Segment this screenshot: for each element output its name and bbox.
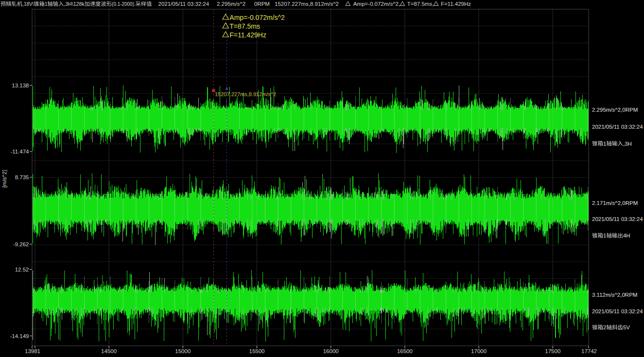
svg-text:[m/s^2]: [m/s^2] [1,170,7,188]
svg-text:5V: 5V [623,324,630,330]
svg-text:2.295m/s^2,0RPM: 2.295m/s^2,0RPM [592,107,638,113]
svg-text:3.112m/s^2,0RPM: 3.112m/s^2,0RPM [592,292,637,298]
svg-text:13.138: 13.138 [12,83,29,88]
svg-text:1: 1 [603,233,606,238]
svg-text:2021/05/11 03:32:24: 2021/05/11 03:32:24 [592,216,643,222]
svg-text:8.735: 8.735 [15,174,29,180]
svg-text:15500: 15500 [249,348,265,354]
svg-text:,3H: ,3H [623,141,632,147]
svg-text:15000: 15000 [175,348,191,354]
svg-text:-11.474: -11.474 [10,149,29,154]
svg-text:2021/05/11 03:32:24: 2021/05/11 03:32:24 [592,124,643,130]
svg-text:15207.227ms,8.912m/s^2: 15207.227ms,8.912m/s^2 [275,1,339,7]
svg-text:2021/05/11 03:32:24: 2021/05/11 03:32:24 [158,1,209,7]
svg-text:13981: 13981 [25,348,40,354]
svg-text:T=87.5ms,: T=87.5ms, [407,1,434,7]
svg-text:17742: 17742 [581,348,597,354]
svg-text:T=87.5ms: T=87.5ms [229,22,260,30]
svg-text:,3H\128k: ,3H\128k [64,1,85,7]
svg-text:(0.1-2000).: (0.1-2000). [112,1,135,7]
svg-text:F=11.429Hz: F=11.429Hz [229,31,266,39]
svg-text:F=11.429Hz: F=11.429Hz [441,1,471,7]
svg-text:Amp=-0.072m/s^2: Amp=-0.072m/s^2 [229,14,285,21]
svg-text:1: 1 [45,1,48,7]
svg-text:2.171m/s^2,0RPM: 2.171m/s^2,0RPM [592,200,638,206]
svg-text:-9.262: -9.262 [13,241,29,247]
svg-text:,18V\: ,18V\ [22,1,34,7]
svg-text:14500: 14500 [101,348,117,354]
svg-text:1: 1 [603,141,606,147]
svg-text:-14.149: -14.149 [10,333,29,339]
svg-text:12.52: 12.52 [15,267,29,272]
svg-text:17000: 17000 [471,348,487,354]
svg-text:16500: 16500 [397,348,413,354]
svg-text:16000: 16000 [323,348,339,354]
svg-text:2021/05/11 03:32:24: 2021/05/11 03:32:24 [592,308,643,314]
svg-text:Amp=-0.072m/s^2,: Amp=-0.072m/s^2, [353,1,400,7]
svg-text:2: 2 [603,324,606,330]
svg-text:15207.227ms,8.912m/s^2: 15207.227ms,8.912m/s^2 [215,91,276,97]
svg-text:2.295m/s^2: 2.295m/s^2 [217,1,245,7]
svg-text:0RPM: 0RPM [254,1,270,7]
svg-text:4H: 4H [623,233,630,238]
svg-text:17500: 17500 [545,348,560,354]
